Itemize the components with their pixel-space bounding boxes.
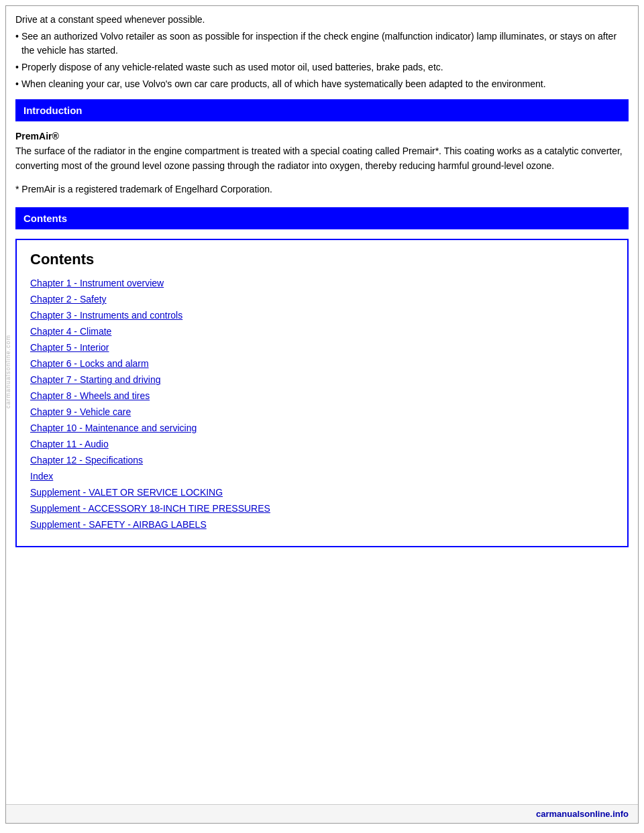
toc-item[interactable]: Chapter 9 - Vehicle care — [30, 406, 614, 417]
toc-item[interactable]: Chapter 11 - Audio — [30, 439, 614, 449]
watermark: carmanualsonline.com — [5, 335, 11, 408]
premair-section: PremAir® The surface of the radiator in … — [15, 131, 629, 173]
bullet-symbol: • — [15, 30, 19, 58]
intro-bullet2: • Properly dispose of any vehicle-relate… — [15, 60, 629, 74]
toc-item[interactable]: Chapter 3 - Instruments and controls — [30, 310, 614, 321]
footer-logo-text: carmanualsonline.info — [536, 809, 629, 819]
toc-item[interactable]: Chapter 2 - Safety — [30, 294, 614, 304]
intro-bullet2-text: Properly dispose of any vehicle-related … — [21, 60, 443, 74]
toc-item[interactable]: Supplement - SAFETY - AIRBAG LABELS — [30, 519, 614, 530]
contents-header-label: Contents — [23, 213, 67, 224]
premair-title: PremAir® — [15, 131, 629, 142]
introduction-header-label: Introduction — [23, 105, 82, 116]
contents-title: Contents — [30, 251, 614, 268]
footer-logo: carmanualsonline.info — [536, 809, 629, 819]
page-wrapper: carmanualsonline.com Drive at a constant… — [5, 5, 639, 824]
toc-list: Chapter 1 - Instrument overviewChapter 2… — [30, 278, 614, 530]
toc-item[interactable]: Chapter 12 - Specifications — [30, 455, 614, 465]
toc-item[interactable]: Chapter 8 - Wheels and tires — [30, 390, 614, 401]
contents-box: Contents Chapter 1 - Instrument overview… — [15, 239, 629, 547]
toc-item[interactable]: Chapter 4 - Climate — [30, 326, 614, 337]
toc-item[interactable]: Chapter 5 - Interior — [30, 342, 614, 353]
toc-item[interactable]: Supplement - ACCESSORY 18-INCH TIRE PRES… — [30, 503, 614, 514]
toc-item[interactable]: Chapter 1 - Instrument overview — [30, 278, 614, 288]
bullet-symbol: • — [15, 60, 19, 74]
toc-item[interactable]: Chapter 10 - Maintenance and servicing — [30, 423, 614, 433]
contents-header: Contents — [15, 207, 629, 229]
introduction-header: Introduction — [15, 99, 629, 121]
premair-para1: The surface of the radiator in the engin… — [15, 144, 629, 173]
toc-item[interactable]: Supplement - VALET OR SERVICE LOCKING — [30, 487, 614, 498]
toc-item[interactable]: Index — [30, 471, 614, 482]
toc-item[interactable]: Chapter 7 - Starting and driving — [30, 374, 614, 385]
footer-bar: carmanualsonline.info — [6, 804, 638, 823]
intro-bullet3: • When cleaning your car, use Volvo's ow… — [15, 77, 629, 91]
bullet-symbol: • — [15, 77, 19, 91]
trademark-note: * PremAir is a registered trademark of E… — [15, 182, 629, 197]
toc-item[interactable]: Chapter 6 - Locks and alarm — [30, 358, 614, 369]
intro-block: Drive at a constant speed whenever possi… — [15, 13, 629, 91]
intro-line1: Drive at a constant speed whenever possi… — [15, 13, 629, 27]
intro-bullet1-text: See an authorized Volvo retailer as soon… — [21, 30, 629, 58]
intro-bullet3-text: When cleaning your car, use Volvo's own … — [21, 77, 546, 91]
intro-bullet1: • See an authorized Volvo retailer as so… — [15, 30, 629, 58]
